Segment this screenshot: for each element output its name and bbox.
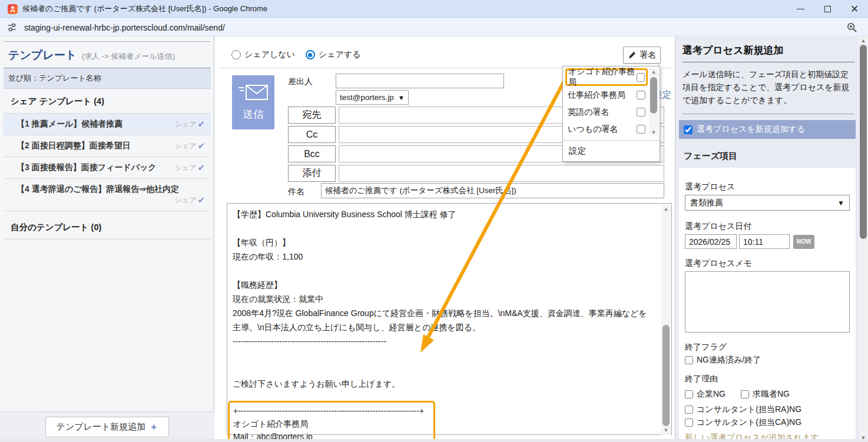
share-badge: シェア ✔ [175, 119, 205, 129]
template-item-2[interactable]: 【2 面接日程調整】面接希望日 シェア ✔ [4, 135, 211, 157]
close-icon: ✕ [850, 4, 859, 14]
checkbox-icon[interactable] [637, 125, 645, 134]
from-input[interactable] [336, 74, 504, 88]
process-select[interactable]: 書類推薦 ▼ [685, 195, 850, 211]
reason-company-ng[interactable]: 企業NG [685, 389, 725, 400]
minimize-button[interactable] [787, 0, 814, 18]
zoom-icon[interactable] [846, 22, 857, 33]
send-button[interactable]: 送信 [232, 75, 274, 129]
signature-option-1[interactable]: オシゴト紹介事務局 [567, 70, 646, 84]
site-settings-icon[interactable] [7, 22, 17, 32]
process-date-input[interactable]: 2026/02/25 [685, 234, 737, 249]
scroll-up-icon[interactable]: ▲ [661, 205, 671, 213]
end-flag-label: 終了フラグ [685, 342, 850, 353]
bcc-button[interactable]: Bcc [288, 145, 336, 162]
scrollbar-thumb[interactable] [860, 45, 867, 239]
minimize-icon [797, 9, 804, 9]
enable-process-checkbox[interactable] [684, 125, 693, 134]
panel-scrollbar[interactable]: ▲ ▼ [859, 36, 868, 442]
reason-checkbox[interactable] [741, 390, 749, 398]
signature-settings-item[interactable]: 設定 [563, 140, 660, 161]
process-panel-title: 選考プロセス新規追加 [683, 44, 854, 62]
signature-option-label: オシゴト紹介事務局 [568, 67, 637, 88]
from-address-select[interactable]: test@porters.jp ▼ [336, 90, 409, 105]
checkbox-icon[interactable] [637, 108, 645, 117]
scroll-down-icon[interactable]: ▼ [649, 129, 658, 135]
chevron-down-icon: ▼ [398, 94, 405, 101]
share-on-option[interactable]: シェアする [306, 49, 361, 60]
template-item-label: 【3 面接後報告】面接フィードバック [16, 162, 157, 173]
scroll-up-icon[interactable]: ▲ [859, 38, 868, 44]
checkbox-icon[interactable] [637, 91, 645, 99]
window-titlebar: 候補者のご推薦です (ポーターズ株式会社 [User氏名]) - Google … [0, 0, 868, 18]
share-badge-label: シェア [175, 163, 197, 173]
scroll-up-icon[interactable]: ▲ [649, 69, 658, 75]
scroll-down-icon[interactable]: ▼ [661, 426, 671, 434]
body-scrollbar[interactable]: ▲ ▼ [661, 204, 671, 435]
add-template-button[interactable]: テンプレート新規追加 ＋ [45, 417, 170, 437]
now-button[interactable]: NOW [793, 235, 814, 249]
reason-consultant-ca-ng[interactable]: コンサルタント(担当CA)NG [685, 417, 850, 428]
reason-consultant-ra-ng[interactable]: コンサルタント(担当RA)NG [685, 404, 850, 415]
porters-favicon-icon [8, 4, 18, 14]
close-button[interactable]: ✕ [841, 0, 868, 18]
process-memo-textarea[interactable] [685, 271, 850, 333]
end-reason-label: 終了理由 [685, 374, 850, 384]
mail-body-text: 【学歴】Columbia University Business School … [233, 207, 654, 391]
process-time-input[interactable]: 10:11 [739, 234, 790, 249]
maximize-button[interactable] [814, 0, 841, 18]
template-sort-order: 並び順：テンプレート名称 [4, 68, 211, 89]
signature-option-4[interactable]: いつもの署名 [565, 121, 648, 138]
from-label: 差出人 [288, 77, 313, 87]
template-footer: テンプレート新規追加 ＋ [0, 411, 214, 442]
signature-button[interactable]: 署名 [623, 46, 661, 64]
template-item-4[interactable]: 【4 選考辞退のご報告】辞退報告⇒他社内定 シェア ✔ [4, 179, 211, 211]
menu-scrollbar[interactable]: ▲ ▼ [649, 68, 658, 136]
enable-process-row[interactable]: 選考プロセスを新規追加する [679, 120, 856, 139]
share-off-option[interactable]: シェアしない [231, 49, 295, 60]
reason-checkbox[interactable] [685, 418, 693, 427]
reason-candidate-ng[interactable]: 求職者NG [741, 389, 790, 400]
checkbox-icon[interactable] [637, 73, 645, 82]
share-badge: シェア ✔ [175, 195, 205, 205]
attach-button[interactable]: 添付 [288, 165, 336, 182]
scrollbar-thumb[interactable] [650, 77, 657, 114]
mail-body-editor[interactable]: 【学歴】Columbia University Business School … [227, 203, 672, 435]
attach-input[interactable] [339, 165, 664, 182]
template-item-label: 【1 推薦メール】候補者推薦 [16, 119, 122, 129]
reason-label: コンサルタント(担当CA)NG [697, 417, 801, 428]
share-badge-label: シェア [175, 195, 197, 205]
signature-block-text: +---------------------------------------… [233, 404, 432, 442]
phase-section-header: フェーズ項目 [684, 151, 854, 162]
reason-checkbox[interactable] [685, 406, 693, 414]
end-flag-option[interactable]: NG連絡済み/終了 [685, 355, 850, 365]
signature-option-3[interactable]: 英語の署名 [565, 104, 648, 121]
send-button-label: 送信 [243, 107, 264, 121]
cc-button[interactable]: Cc [288, 126, 336, 143]
radio-unselected-icon[interactable] [231, 50, 241, 59]
address-bar: staging-ui-renewal-hrbc-jp.porterscloud.… [0, 19, 868, 36]
browser-window: 候補者のご推薦です (ポーターズ株式会社 [User氏名]) - Google … [0, 0, 868, 442]
signature-option-highlight-box: オシゴト紹介事務局 [565, 68, 648, 86]
enable-process-label: 選考プロセスを新規追加する [697, 124, 805, 135]
radio-selected-icon[interactable] [306, 50, 315, 59]
share-on-label: シェアする [319, 49, 361, 60]
template-item-1[interactable]: 【1 推薦メール】候補者推薦 シェア ✔ [4, 114, 211, 135]
process-panel-description: メール送信時に、フェーズ項目と初期値設定項目を指定することで、選考プロセスを新規… [683, 62, 854, 114]
end-flag-checkbox[interactable] [685, 356, 693, 364]
to-button[interactable]: 宛先 [288, 107, 336, 124]
signature-option-2[interactable]: 仕事紹介事務局 [565, 87, 648, 104]
reason-checkbox[interactable] [685, 390, 693, 398]
template-title: テンプレート [8, 49, 77, 61]
process-date-label: 選考プロセス日付 [685, 221, 850, 232]
share-radio-group: シェアしない シェアする [231, 49, 361, 60]
template-item-3[interactable]: 【3 面接後報告】面接フィードバック シェア ✔ [4, 157, 211, 179]
url-text[interactable]: staging-ui-renewal-hrbc-jp.porterscloud.… [24, 23, 225, 32]
template-item-label: 【4 選考辞退のご報告】辞退報告⇒他社内定 [16, 184, 179, 195]
share-check-icon: ✔ [197, 195, 205, 205]
scrollbar-thumb[interactable] [662, 325, 670, 426]
subject-value: 候補者のご推薦です (ポーターズ株式会社 [User氏名]) [325, 185, 516, 196]
share-badge-label: シェア [175, 119, 197, 129]
subject-input[interactable]: 候補者のご推薦です (ポーターズ株式会社 [User氏名]) [321, 183, 664, 198]
share-check-icon: ✔ [197, 162, 205, 173]
